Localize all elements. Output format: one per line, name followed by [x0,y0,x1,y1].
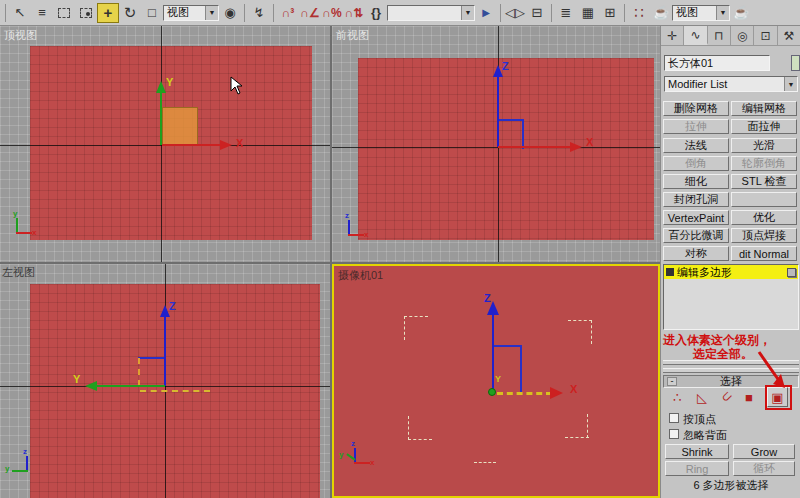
modifier-button[interactable]: 面拉伸 [731,119,797,134]
dropdown-arrow-icon[interactable]: ▼ [716,6,729,20]
layer-manager-button[interactable]: ≣ [555,3,577,23]
viewport-label-front[interactable]: 前视图 [336,28,369,43]
command-panel: ✛ ∿ ⊓ ◎ ⊡ ⚒ 长方体01 Modifier List ▼ 删除网格 编… [660,26,800,498]
named-selection-sets-button[interactable]: {} [365,3,387,23]
expand-icon[interactable] [666,268,674,276]
tab-hierarchy[interactable]: ⊓ [708,26,731,45]
scale-icon: □ [148,5,156,20]
modifier-stack[interactable]: 编辑多边形 [663,264,799,330]
modifier-stack-selected-row[interactable]: 编辑多边形 [664,265,798,279]
selected-plane-front-view[interactable] [358,58,654,240]
gizmo-z-axis[interactable] [497,76,499,147]
region-circle-icon [80,8,92,18]
gizmo-x-axis[interactable] [498,146,570,148]
align-button[interactable]: ⊟ [526,3,548,23]
tab-motion[interactable]: ◎ [731,26,754,45]
modifier-button[interactable]: VertexPaint [663,210,729,225]
edge-select-button[interactable]: ◺ [697,390,707,405]
tab-display[interactable]: ⊡ [754,26,777,45]
border-select-button[interactable]: ⊂ [717,387,735,405]
tab-utilities[interactable]: ⚒ [778,26,800,45]
object-name-value: 长方体01 [668,56,713,71]
tab-create[interactable]: ✛ [661,26,684,45]
dropdown-arrow-icon[interactable]: ▼ [784,77,797,91]
percent-snap-button[interactable]: ∩% [321,3,343,23]
modifier-button[interactable]: 光滑 [731,138,797,153]
select-and-move-button[interactable]: + [97,3,119,23]
quick-render-teapot-icon: ☕ [733,5,749,20]
selection-dash [587,414,588,438]
collapse-icon[interactable]: - [667,377,677,386]
modifier-button[interactable]: 顶点焊接 [731,228,797,243]
shrink-button[interactable]: Shrink [665,444,729,459]
modifier-button[interactable]: STL 检查 [731,174,797,189]
modifier-button[interactable]: 编辑网格 [731,101,797,116]
select-by-name-button[interactable]: ≡ [31,3,53,23]
by-vertex-checkbox[interactable] [669,413,679,423]
gizmo-x-axis[interactable] [497,392,552,395]
modifier-button[interactable]: 百分比微调 [663,228,729,243]
modifier-button[interactable]: 优化 [731,210,797,225]
selection-region-mode-button[interactable] [75,3,97,23]
world-axis-line [332,147,660,148]
angle-snap-button[interactable]: ∩∠ [299,3,321,23]
viewport-front[interactable]: 前视图 Z X Z X [332,26,660,262]
select-and-scale-button[interactable]: □ [141,3,163,23]
dropdown-arrow-icon[interactable]: ▼ [205,6,218,20]
viewport-top[interactable]: 顶视图 Y X Y X [0,26,330,262]
axis-label-y: Y [166,76,173,88]
render-preset-value: 视图 [673,5,716,20]
use-pivot-center-button[interactable]: ◉ [219,3,241,23]
modifier-button[interactable]: 对称 [663,246,729,261]
gizmo-corner-line [522,119,524,149]
render-preset-dropdown[interactable]: 视图 ▼ [672,5,730,21]
material-editor-button[interactable]: ∷ [628,3,650,23]
object-name-field[interactable]: 长方体01 [664,55,770,71]
modifier-button[interactable]: 删除网格 [663,101,729,116]
select-tool-button[interactable]: ↖ [9,3,31,23]
gizmo-y-arrowhead [85,381,97,391]
viewport-left[interactable]: 左视图 Z Y Z Y [0,264,330,498]
render-setup-button[interactable]: ☕ [650,3,672,23]
modifier-button[interactable]: 法线 [663,138,729,153]
select-and-rotate-button[interactable]: ↻ [119,3,141,23]
modifier-list-dropdown[interactable]: Modifier List ▼ [664,76,798,92]
grow-button[interactable]: Grow [733,444,795,459]
named-selection-icon: {} [371,5,381,20]
select-and-manipulate-button[interactable]: ↯ [248,3,270,23]
named-selection-dropdown[interactable]: ▼ [387,5,475,21]
modifier-button[interactable]: dit Normal [731,246,797,261]
ring-button: Ring [665,461,729,476]
snap-toggle-button[interactable]: ∩³ [277,3,299,23]
modifier-button[interactable]: 细化 [663,174,729,189]
percent-snap-icon: ∩% [322,6,341,20]
gizmo-z-axis[interactable] [492,314,494,393]
object-color-swatch[interactable] [791,55,800,71]
spinner-snap-button[interactable]: ∩⇅ [343,3,365,23]
polygon-select-button[interactable]: ■ [745,390,753,405]
curve-editor-button[interactable]: ▦ [577,3,599,23]
viewport-camera[interactable]: 摄像机01 Z X Y Z [332,264,660,498]
vertex-select-button[interactable]: ∴ [673,390,681,405]
axis-label-x: X [586,136,593,148]
dropdown-arrow-icon[interactable]: ▼ [461,6,474,20]
viewport-label-left[interactable]: 左视图 [2,265,35,280]
rectangular-selection-region-button[interactable] [53,3,75,23]
viewport-label-camera[interactable]: 摄像机01 [338,268,383,283]
gizmo-z-axis[interactable] [164,316,166,386]
gizmo-y-axis[interactable] [160,92,162,145]
modifier-stack-entry[interactable]: 编辑多边形 [677,265,787,280]
viewport-label-top[interactable]: 顶视图 [4,28,37,43]
modifier-button[interactable]: 封闭孔洞 [663,192,729,207]
main-toolbar: ↖ ≡ + ↻ □ 视图 ▼ ◉ ↯ ∩³ ∩∠ ∩% ∩⇅ {} ▼ ▶ ◁▷… [0,0,800,26]
gizmo-dashed-line [140,390,210,392]
ignore-backfacing-checkbox[interactable] [669,429,679,439]
reference-coordinate-dropdown[interactable]: 视图 ▼ [163,5,219,21]
gizmo-x-axis[interactable] [162,144,220,146]
quick-render-button[interactable]: ☕ [730,3,752,23]
tab-modify[interactable]: ∿ [684,26,707,45]
box-object-top-view[interactable] [162,107,198,145]
schematic-view-button[interactable]: ⊞ [599,3,621,23]
gizmo-y-axis[interactable] [97,385,165,387]
mirror-button[interactable]: ◁▷ [504,3,526,23]
